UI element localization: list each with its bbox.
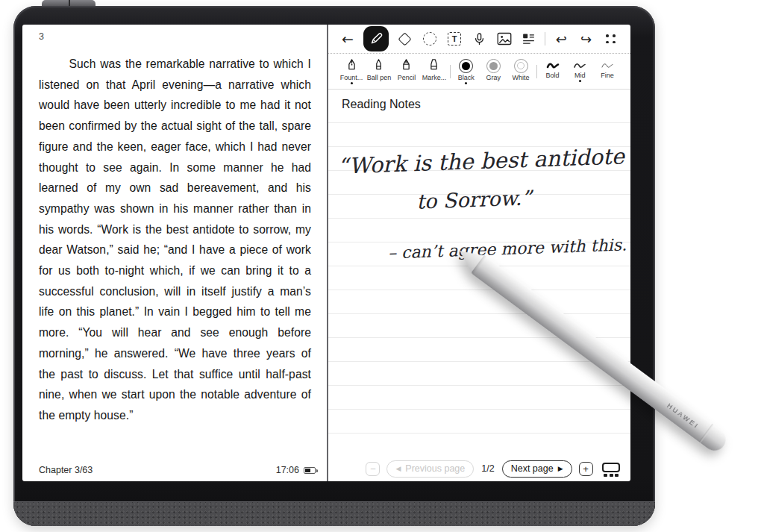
chapter-indicator: Chapter 3/63 (39, 465, 93, 475)
pen-type-label: Pencil (398, 74, 416, 81)
ink-color-black[interactable]: Black (454, 59, 478, 84)
mid-stroke-icon (573, 60, 586, 71)
four-dots-icon (606, 34, 616, 43)
note-page-nav: − ◀ Previous page 1/2 Next page ▶ + (328, 456, 630, 481)
notes-canvas[interactable]: “Work is the best antidote to Sorrow.” –… (328, 114, 630, 456)
options-separator (536, 65, 537, 78)
stroke-weight-label: Fine (601, 72, 614, 79)
options-separator (450, 65, 451, 78)
ink-color-white[interactable]: White (509, 59, 533, 84)
toolbar-separator (545, 32, 545, 46)
stylus-brand-text: HUAWEI (666, 402, 701, 431)
ink-color-gray[interactable]: Gray (481, 59, 505, 84)
add-page-button[interactable]: + (579, 462, 593, 476)
text-tool-icon: T (448, 32, 461, 46)
page-overview-icon (602, 463, 620, 472)
stroke-weight-label: Mid (574, 72, 586, 79)
book-page-text: Such was the remarkable narrative to whi… (39, 54, 311, 426)
ink-color-label: Gray (486, 74, 501, 81)
pen-type-label: Ball pen (367, 74, 392, 81)
selected-indicator (579, 80, 581, 82)
prev-arrow-icon: ◀ (395, 465, 401, 472)
text-tool-button[interactable]: T (445, 28, 463, 49)
redo-button[interactable]: ↪ (577, 28, 595, 49)
stroke-weight-label: Bold (546, 72, 560, 79)
eraser-icon (398, 32, 411, 46)
white-swatch-icon (514, 59, 528, 73)
black-swatch-icon (459, 59, 473, 73)
undo-button[interactable]: ↩ (552, 28, 570, 49)
ball-pen-icon (373, 58, 384, 73)
page-overview-icon-dots (604, 474, 619, 477)
selected-indicator (465, 82, 467, 84)
battery-icon (304, 467, 316, 474)
gray-swatch-icon (486, 59, 501, 73)
page-number: 3 (39, 31, 44, 42)
screen: 3 Such was the remarkable narrative to w… (22, 25, 630, 481)
handwriting-line: to Sorrow.” (416, 186, 533, 213)
fine-stroke-icon (601, 60, 614, 71)
pen-options-bar: Fount... Ball pen Pencil (328, 54, 630, 90)
selected-indicator (351, 82, 353, 84)
pencil-icon (401, 58, 412, 73)
pen-type-label: Marke... (422, 74, 447, 81)
status-right: 17:06 (276, 465, 316, 475)
note-title: Reading Notes (328, 90, 630, 111)
pen-type-pencil[interactable]: Pencil (395, 58, 419, 84)
voice-record-button[interactable] (470, 28, 488, 49)
reader-pane[interactable]: 3 Such was the remarkable narrative to w… (22, 25, 327, 481)
stroke-weight-fine[interactable]: Fine (595, 60, 619, 82)
template-icon (522, 32, 536, 46)
scene: 3 Such was the remarkable narrative to w… (0, 0, 764, 532)
marker-icon (428, 58, 439, 73)
fountain-pen-icon (346, 58, 357, 73)
next-page-button[interactable]: Next page ▶ (502, 460, 572, 478)
pen-type-ballpen[interactable]: Ball pen (367, 58, 392, 84)
zoom-out-button[interactable]: − (366, 462, 380, 476)
previous-page-label: Previous page (405, 463, 465, 474)
next-arrow-icon: ▶ (558, 465, 563, 472)
notes-toolbar: ← T (328, 25, 630, 54)
handwriting-line: – can’t agree more with this. (388, 235, 627, 262)
pen-icon (369, 31, 383, 46)
next-page-label: Next page (511, 463, 554, 474)
tablet-device: 3 Such was the remarkable narrative to w… (13, 6, 655, 526)
lasso-tool-button[interactable] (421, 28, 439, 49)
more-options-button[interactable] (602, 28, 620, 49)
eraser-tool-button[interactable] (396, 28, 414, 49)
image-icon (497, 32, 512, 46)
reader-status-bar: Chapter 3/63 17:06 (39, 463, 316, 478)
pen-type-marker[interactable]: Marke... (422, 58, 447, 84)
page-overview-button[interactable] (602, 463, 620, 477)
back-button[interactable]: ← (339, 28, 357, 49)
pen-tool-button[interactable] (363, 26, 389, 51)
pen-type-label: Fount... (340, 74, 363, 81)
note-page-indicator: 1/2 (481, 463, 494, 474)
template-layout-button[interactable] (520, 28, 538, 49)
folio-strip (13, 501, 655, 526)
pen-type-fountain[interactable]: Fount... (339, 58, 363, 84)
stroke-weight-bold[interactable]: Bold (541, 60, 565, 82)
microphone-icon (472, 31, 486, 47)
clock-text: 17:06 (276, 465, 299, 475)
stroke-weight-mid[interactable]: Mid (568, 60, 592, 82)
handwriting-line: “Work is the best antidote (337, 143, 625, 178)
bold-stroke-icon (546, 60, 560, 71)
ink-color-label: Black (458, 74, 475, 81)
previous-page-button[interactable]: ◀ Previous page (386, 460, 474, 478)
insert-image-button[interactable] (495, 28, 513, 49)
ink-color-label: White (513, 74, 530, 81)
lasso-icon (423, 32, 436, 46)
